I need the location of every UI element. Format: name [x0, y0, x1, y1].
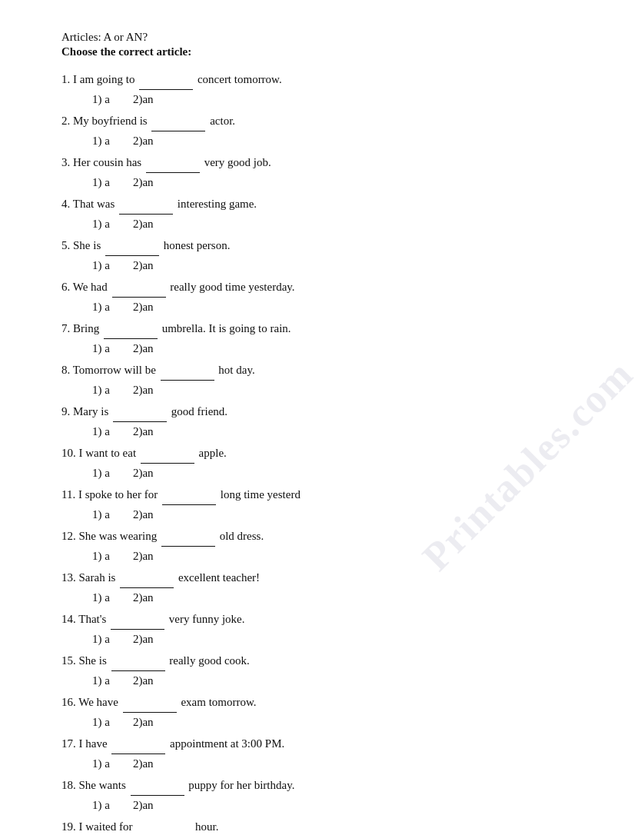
question-text-before: That's: [78, 613, 109, 625]
question-text-after: long time yesterd: [217, 488, 300, 501]
answer-option[interactable]: 1) a: [92, 259, 110, 271]
questions-container: 1. I am going to concert tomorrow.1) a2)…: [61, 69, 598, 835]
answer-blank[interactable]: [146, 152, 200, 173]
question-number: 14.: [61, 613, 78, 625]
answer-blank[interactable]: [141, 443, 194, 464]
answer-option[interactable]: 1) a: [92, 716, 110, 728]
answer-blank[interactable]: [161, 526, 215, 547]
answer-option[interactable]: 1) a: [92, 384, 110, 396]
question-number: 5.: [61, 239, 73, 251]
answer-options-line: 1) a2)an: [61, 713, 598, 733]
answer-blank[interactable]: [111, 609, 164, 630]
answer-option[interactable]: 1) a: [92, 467, 110, 479]
question-number: 12.: [61, 530, 79, 542]
question-line: 3. Her cousin has very good job.: [61, 152, 598, 173]
answer-option[interactable]: 1) a: [92, 591, 110, 604]
answer-option[interactable]: 1) a: [92, 342, 110, 354]
answer-option[interactable]: 2)an: [133, 301, 154, 313]
question-number: 1.: [61, 73, 73, 85]
answer-option[interactable]: 2)an: [133, 508, 154, 521]
answer-options-line: 1) a2)an: [61, 381, 598, 401]
answer-options-line: 1) a2)an: [61, 464, 598, 484]
answer-option[interactable]: 2)an: [133, 799, 154, 811]
answer-option[interactable]: 2)an: [133, 384, 154, 396]
question-number: 10.: [61, 447, 79, 459]
answer-option[interactable]: 2)an: [133, 674, 154, 687]
answer-option[interactable]: 2)an: [133, 218, 154, 230]
question-number: 17.: [61, 737, 79, 750]
answer-options-line: 1) a2)an: [61, 256, 598, 276]
question-text-after: umbrella. It is going to rain.: [159, 322, 291, 334]
answer-option[interactable]: 2)an: [133, 633, 154, 645]
question-line: 1. I am going to concert tomorrow.: [61, 69, 598, 90]
answer-blank[interactable]: [162, 484, 216, 505]
answer-option[interactable]: 2)an: [133, 342, 154, 354]
answer-option[interactable]: 2)an: [133, 467, 154, 479]
question-text-after: honest person.: [161, 239, 230, 251]
answer-blank[interactable]: [139, 69, 193, 90]
question-block: 14. That's very funny joke.1) a2)an: [61, 609, 598, 649]
answer-option[interactable]: 2)an: [133, 259, 154, 271]
answer-option[interactable]: 2)an: [133, 591, 154, 604]
header-instruction: Choose the correct article:: [61, 45, 598, 58]
question-block: 12. She was wearing old dress.1) a2)an: [61, 526, 598, 566]
answer-option[interactable]: 1) a: [92, 508, 110, 521]
answer-option[interactable]: 1) a: [92, 135, 110, 147]
answer-options-line: 1) a2)an: [61, 422, 598, 442]
question-text-after: concert tomorrow.: [194, 73, 282, 85]
answer-blank[interactable]: [119, 194, 173, 215]
question-text-before: I am going to: [73, 73, 138, 85]
question-text-before: Sarah is: [79, 571, 119, 584]
question-block: 8. Tomorrow will be hot day.1) a2)an: [61, 360, 598, 400]
answer-options-line: 1) a2)an: [61, 588, 598, 608]
answer-option[interactable]: 1) a: [92, 550, 110, 562]
answer-blank[interactable]: [131, 775, 184, 796]
answer-option[interactable]: 1) a: [92, 633, 110, 645]
answer-option[interactable]: 2)an: [133, 425, 154, 437]
question-text-after: actor.: [207, 115, 235, 127]
question-text-after: puppy for her birthday.: [186, 779, 295, 791]
answer-option[interactable]: 1) a: [92, 674, 110, 687]
answer-blank[interactable]: [120, 567, 174, 588]
question-number: 18.: [61, 779, 79, 791]
answer-blank[interactable]: [123, 692, 177, 713]
answer-option[interactable]: 1) a: [92, 93, 110, 105]
answer-blank[interactable]: [104, 318, 158, 339]
answer-option[interactable]: 2)an: [133, 550, 154, 562]
answer-option[interactable]: 2)an: [133, 135, 154, 147]
question-block: 3. Her cousin has very good job.1) a2)an: [61, 152, 598, 192]
answer-options-line: 1) a2)an: [61, 671, 598, 691]
question-block: 13. Sarah is excellent teacher!1) a2)an: [61, 567, 598, 607]
answer-option[interactable]: 2)an: [133, 757, 154, 770]
answer-option[interactable]: 1) a: [92, 218, 110, 230]
question-text-after: really good cook.: [167, 654, 250, 667]
answer-blank[interactable]: [112, 277, 166, 298]
question-text-after: very funny joke.: [166, 613, 244, 625]
question-text-after: old dress.: [217, 530, 264, 542]
answer-blank[interactable]: [137, 817, 191, 835]
answer-option[interactable]: 2)an: [133, 176, 154, 188]
answer-blank[interactable]: [111, 650, 165, 671]
answer-option[interactable]: 1) a: [92, 301, 110, 313]
answer-blank[interactable]: [111, 734, 165, 754]
question-text-before: She is: [79, 654, 110, 667]
question-number: 7.: [61, 322, 73, 334]
answer-option[interactable]: 2)an: [133, 93, 154, 105]
question-number: 15.: [61, 654, 79, 667]
answer-blank[interactable]: [151, 111, 205, 131]
answer-option[interactable]: 1) a: [92, 425, 110, 437]
question-text-before: Bring: [73, 322, 102, 334]
question-block: 5. She is honest person.1) a2)an: [61, 235, 598, 275]
answer-blank[interactable]: [113, 401, 167, 422]
answer-blank[interactable]: [105, 235, 159, 256]
question-text-before: I waited for: [79, 820, 136, 833]
answer-option[interactable]: 2)an: [133, 716, 154, 728]
answer-option[interactable]: 1) a: [92, 799, 110, 811]
question-text-after: apple.: [196, 447, 227, 459]
answer-option[interactable]: 1) a: [92, 176, 110, 188]
answer-blank[interactable]: [161, 360, 214, 381]
question-block: 2. My boyfriend is actor.1) a2)an: [61, 111, 598, 151]
answer-option[interactable]: 1) a: [92, 757, 110, 770]
question-block: 15. She is really good cook.1) a2)an: [61, 650, 598, 690]
header-title: Articles: A or AN?: [61, 31, 598, 44]
